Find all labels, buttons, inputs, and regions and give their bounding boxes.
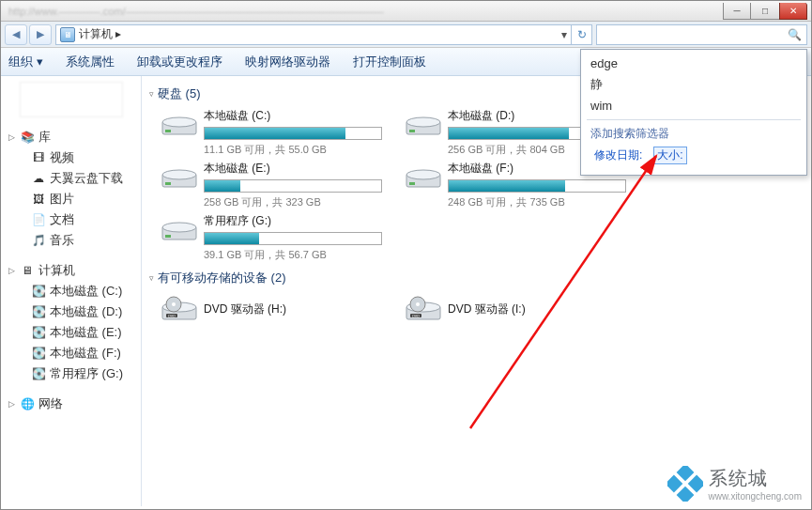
svg-point-4 [406, 117, 440, 127]
close-button[interactable]: ✕ [779, 3, 807, 20]
dvd-item[interactable]: DVD DVD 驱动器 (H:) [161, 292, 376, 326]
picture-icon: 🖼 [31, 192, 46, 207]
sidebar-item-drive-c[interactable]: 💽本地磁盘 (C:) [1, 281, 141, 301]
svg-rect-5 [409, 130, 415, 132]
sidebar-item-music[interactable]: 🎵音乐 [1, 230, 141, 251]
drive-icon: 💽 [31, 304, 46, 319]
svg-point-7 [162, 170, 196, 179]
system-properties[interactable]: 系统属性 [66, 54, 115, 70]
nav-row: ◀ ▶ 🖥 计算机 ▸ ▾ ↻ 🔍 [1, 22, 811, 48]
chevron-down-icon: ▿ [149, 273, 154, 283]
search-icon[interactable]: 🔍 [783, 28, 806, 41]
minimize-button[interactable]: ─ [723, 3, 751, 20]
sidebar-item-cloud[interactable]: ☁天翼云盘下载 [1, 168, 141, 189]
svg-text:DVD: DVD [168, 315, 176, 318]
network-icon: 🌐 [20, 396, 35, 411]
hdd-icon [405, 161, 442, 194]
category-removable-label: 有可移动存储的设备 (2) [158, 270, 286, 286]
usage-bar [204, 232, 382, 245]
chevron-icon: ▷ [8, 132, 18, 142]
watermark: 系统城 www.xitongcheng.com [667, 466, 803, 502]
dvd-grid: DVD DVD 驱动器 (H:)DVD DVD 驱动器 (I:) [161, 292, 804, 326]
hdd-icon [161, 161, 198, 194]
svg-point-18 [172, 302, 176, 306]
svg-rect-29 [687, 475, 702, 493]
sidebar-libraries-label: 库 [38, 129, 51, 146]
cloud-icon: ☁ [31, 171, 46, 186]
window-buttons: ─ □ ✕ [723, 3, 807, 20]
usage-bar [448, 179, 626, 193]
drive-name: 本地磁盘 (C:) [204, 108, 382, 124]
divider [587, 119, 801, 120]
document-icon: 📄 [31, 212, 46, 227]
organize-menu[interactable]: 组织 ▾ [8, 54, 43, 70]
category-hdd-label: 硬盘 (5) [158, 85, 201, 102]
search-suggestion[interactable]: 静 [587, 73, 801, 96]
svg-point-13 [162, 223, 196, 232]
dvd-name: DVD 驱动器 (H:) [204, 301, 376, 317]
dvd-item[interactable]: DVD DVD 驱动器 (I:) [405, 292, 620, 326]
nav-arrows: ◀ ▶ [5, 24, 52, 45]
sidebar-network[interactable]: ▷ 🌐 网络 [1, 394, 141, 414]
svg-rect-28 [676, 466, 694, 481]
search-suggestion[interactable]: edge [587, 54, 801, 73]
chevron-icon: ▷ [8, 399, 18, 409]
filter-size[interactable]: 大小: [653, 147, 686, 164]
chevron-icon: ▷ [8, 266, 18, 275]
svg-text:DVD: DVD [412, 315, 420, 318]
sidebar-item-pictures[interactable]: 🖼图片 [1, 189, 141, 209]
svg-rect-30 [667, 475, 682, 493]
sidebar-item-videos[interactable]: 🎞视频 [1, 147, 141, 168]
category-removable[interactable]: ▿ 有可移动存储的设备 (2) [149, 270, 804, 286]
sidebar-libraries[interactable]: ▷ 📚 库 [1, 127, 141, 147]
video-icon: 🎞 [31, 150, 46, 165]
search-suggestion[interactable]: wim [587, 96, 801, 116]
hdd-icon [405, 108, 442, 142]
drive-item[interactable]: 本地磁盘 (C:) 11.1 GB 可用，共 55.0 GB [161, 108, 376, 157]
sidebar-item-drive-f[interactable]: 💽本地磁盘 (F:) [1, 343, 141, 363]
window-title: http://www.————.com/————————————————————… [1, 6, 723, 17]
sidebar-item-drive-g[interactable]: 💽常用程序 (G:) [1, 363, 141, 384]
map-network-drive[interactable]: 映射网络驱动器 [245, 54, 330, 70]
hdd-icon [161, 213, 198, 247]
drive-icon: 💽 [31, 346, 46, 361]
sidebar-network-label: 网络 [38, 395, 63, 412]
drive-item[interactable]: 常用程序 (G:) 39.1 GB 可用，共 56.7 GB [161, 213, 376, 262]
filter-modified-date[interactable]: 修改日期: [590, 147, 646, 164]
refresh-button[interactable]: ↻ [572, 24, 592, 45]
svg-point-24 [416, 302, 420, 306]
watermark-logo-icon [667, 466, 703, 502]
sidebar-item-documents[interactable]: 📄文档 [1, 209, 141, 230]
back-button[interactable]: ◀ [5, 24, 27, 45]
library-icon: 📚 [20, 130, 35, 145]
window-titlebar: http://www.————.com/————————————————————… [1, 1, 811, 22]
dvd-icon: DVD [161, 292, 198, 326]
svg-rect-2 [165, 130, 171, 132]
sidebar-item-drive-d[interactable]: 💽本地磁盘 (D:) [1, 301, 141, 322]
usage-bar [204, 179, 382, 193]
uninstall-programs[interactable]: 卸载或更改程序 [137, 54, 222, 70]
drive-info: 258 GB 可用，共 323 GB [204, 195, 382, 209]
forward-button[interactable]: ▶ [29, 24, 52, 45]
drive-item[interactable]: 本地磁盘 (E:) 258 GB 可用，共 323 GB [161, 161, 376, 209]
search-box[interactable]: 🔍 [596, 24, 807, 45]
drive-icon: 💽 [31, 325, 46, 340]
open-control-panel[interactable]: 打开控制面板 [353, 54, 426, 70]
svg-point-10 [406, 170, 440, 179]
maximize-button[interactable]: □ [751, 3, 779, 20]
music-icon: 🎵 [31, 233, 46, 248]
drive-icon: 💽 [31, 366, 46, 381]
drive-info: 248 GB 可用，共 735 GB [448, 195, 626, 209]
hdd-icon [161, 108, 198, 142]
svg-rect-14 [165, 235, 171, 238]
sidebar-computer-label: 计算机 [38, 262, 75, 279]
drive-name: 本地磁盘 (E:) [204, 161, 382, 177]
address-dropdown-icon[interactable]: ▾ [561, 28, 567, 41]
sidebar-computer[interactable]: ▷ 🖥 计算机 [1, 260, 141, 281]
svg-rect-11 [409, 182, 415, 185]
search-dropdown: edge 静 wim 添加搜索筛选器 修改日期: 大小: [580, 49, 807, 176]
address-bar[interactable]: 🖥 计算机 ▸ ▾ [55, 24, 572, 45]
svg-point-1 [162, 117, 196, 127]
usage-bar [204, 127, 382, 140]
sidebar-item-drive-e[interactable]: 💽本地磁盘 (E:) [1, 322, 141, 343]
